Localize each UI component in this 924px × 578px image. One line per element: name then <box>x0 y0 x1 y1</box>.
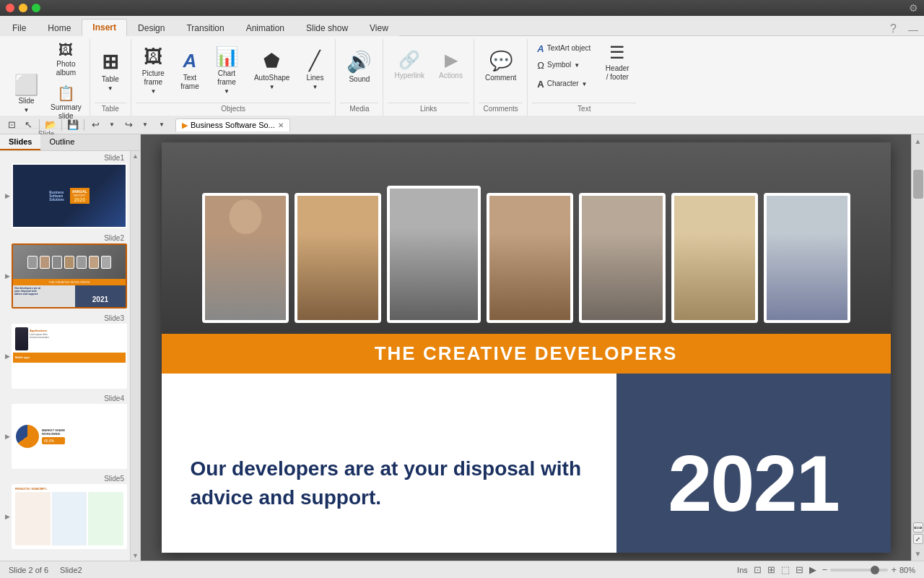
text-frame-button[interactable]: A Text frame <box>174 46 206 98</box>
slide-canvas[interactable]: THE CREATIVE DEVELOPERS Our developers a… <box>162 142 891 553</box>
right-scrollbar[interactable]: ▲ ⟺ ⤢ ▼ <box>911 134 924 561</box>
fit-page-btn[interactable]: ⤢ <box>913 534 923 544</box>
slide-sorter-icon[interactable]: ⊞ <box>767 564 775 575</box>
maximize-button[interactable] <box>32 4 40 12</box>
photo-album-button[interactable]: 🖼 Photo album <box>47 39 85 80</box>
doc-name: Business Software So... <box>191 121 275 129</box>
new-button[interactable]: ⊡ <box>4 118 19 132</box>
tab-transition[interactable]: Transition <box>175 19 235 36</box>
person-card-5 <box>579 193 666 323</box>
reading-view-icon[interactable]: ⊟ <box>796 564 803 575</box>
tab-home[interactable]: Home <box>37 19 82 36</box>
textart-icon: A <box>537 43 544 54</box>
tab-file[interactable]: File <box>1 19 37 36</box>
document-tab[interactable]: ▶ Business Software So... ✕ <box>175 118 290 131</box>
lines-icon: ╱ <box>309 50 321 72</box>
slide-5-nav: ▶ <box>5 513 10 520</box>
slide-item-5[interactable]: Slide5 ▶ PRODUCTS / SUBSCRIPT... <box>3 475 127 549</box>
actions-button[interactable]: ▶ Actions <box>432 46 469 98</box>
slide-1-nav: ▶ <box>5 192 10 199</box>
zoom-slider[interactable] <box>830 569 888 571</box>
slide-number-1: Slide1 <box>104 154 127 162</box>
tab-slides[interactable]: Slides <box>0 134 40 150</box>
person-card-6 <box>671 193 758 323</box>
more-button[interactable]: ▼ <box>154 118 169 132</box>
doc-icon: ▶ <box>182 121 188 130</box>
tab-insert[interactable]: Insert <box>82 19 127 36</box>
character-button[interactable]: A Character ▼ <box>532 76 596 92</box>
ribbon-tabs: File Home Insert Design Transition Anima… <box>0 16 924 36</box>
orange-banner: THE CREATIVE DEVELOPERS <box>162 334 891 374</box>
slide-main-text: Our developers are at your disposal with… <box>191 454 588 511</box>
panel-scroll-down[interactable]: ▼ <box>131 552 140 561</box>
sound-button[interactable]: 🔊 Sound <box>340 46 378 98</box>
tab-design[interactable]: Design <box>127 19 175 36</box>
slide-panel-tabs: Slides Outline <box>0 134 140 151</box>
comments-group-label: Comments <box>479 103 523 114</box>
tab-view[interactable]: View <box>359 19 399 36</box>
slide-button[interactable]: ⬜ Slide ▼ <box>7 72 45 124</box>
summary-slide-icon: 📋 <box>57 85 75 102</box>
slide-item-3[interactable]: Slide3 ▶ Applications Lorem ipsum dolors… <box>3 314 127 389</box>
slide-4-nav: ▶ <box>5 433 10 440</box>
slide-number-3: Slide3 <box>104 314 127 322</box>
chart-frame-button[interactable]: 📊 Chart frame ▼ <box>209 42 245 98</box>
people-row <box>162 142 891 334</box>
slide-year-section: 2021 <box>616 374 891 553</box>
cursor-button[interactable]: ↖ <box>21 118 35 132</box>
zoom-out-btn[interactable]: − <box>822 564 828 575</box>
person-card-7 <box>764 193 850 323</box>
close-button[interactable] <box>6 4 14 12</box>
minimize-button[interactable] <box>19 4 27 12</box>
panel-scroll-up[interactable]: ▲ <box>131 151 140 160</box>
slide-3-nav: ▶ <box>5 353 10 360</box>
textart-button[interactable]: A TextArt object <box>532 40 596 56</box>
slide-arrow: ▼ <box>24 107 30 113</box>
notes-view-icon[interactable]: ⬚ <box>781 564 790 575</box>
symbol-button[interactable]: Ω Symbol ▼ <box>532 57 596 73</box>
undo-dropdown[interactable]: ▼ <box>105 118 119 132</box>
header-footer-button[interactable]: ☰ Header / footer <box>598 39 636 91</box>
zoom-thumb[interactable] <box>871 566 879 574</box>
comment-button[interactable]: 💬 Comment <box>479 46 523 98</box>
tab-animation[interactable]: Animation <box>235 19 295 36</box>
zoom-in-btn[interactable]: + <box>891 564 897 575</box>
slide-icon: ⬜ <box>14 75 39 95</box>
redo-button[interactable]: ↪ <box>121 118 136 132</box>
slideshow-icon[interactable]: ▶ <box>809 564 816 575</box>
slide-number-2: Slide2 <box>104 234 127 242</box>
doc-close[interactable]: ✕ <box>278 121 284 129</box>
scroll-thumb[interactable] <box>913 170 923 199</box>
tab-slideshow[interactable]: Slide show <box>295 19 359 36</box>
picture-frame-icon: 🖼 <box>144 46 162 68</box>
autoshape-button[interactable]: ⬟ AutoShape ▼ <box>248 46 297 98</box>
slide-item-1[interactable]: Slide1 ▶ BusinessSoftwareSolutions <box>3 154 127 228</box>
slides-list: Slide1 ▶ BusinessSoftwareSolutions <box>0 151 130 561</box>
ribbon-group-objects: 🖼 Picture frame ▼ A Text frame 📊 Chart f… <box>131 39 336 116</box>
table-arrow: ▼ <box>108 85 113 92</box>
redo-dropdown[interactable]: ▼ <box>138 118 152 132</box>
scroll-up-btn[interactable]: ▲ <box>912 134 924 148</box>
picture-frame-button[interactable]: 🖼 Picture frame ▼ <box>136 42 171 98</box>
zoom-level: 80% <box>899 566 915 574</box>
lines-button[interactable]: ╱ Lines ▼ <box>299 46 331 98</box>
person-card-4 <box>487 193 573 323</box>
objects-group-label: Objects <box>136 103 331 114</box>
title-bar: ⚙ <box>0 0 924 16</box>
header-footer-icon: ☰ <box>609 43 625 63</box>
comment-icon: 💬 <box>489 50 513 72</box>
slide-item-2[interactable]: Slide2 ▶ <box>3 234 127 309</box>
undo-button[interactable]: ↩ <box>88 118 103 132</box>
slide-item-4[interactable]: Slide4 ▶ MARKET SHAREWORLDWIDE 65.8% <box>3 394 127 469</box>
hyperlink-button[interactable]: 🔗 Hyperlink <box>388 46 431 98</box>
view-controls: ⟺ ⤢ <box>912 519 924 547</box>
normal-view-icon[interactable]: ⊡ <box>754 564 762 575</box>
hyperlink-icon: 🔗 <box>398 50 420 70</box>
scroll-down-btn[interactable]: ▼ <box>912 547 924 561</box>
open-button[interactable]: 📂 <box>43 118 58 132</box>
save-button[interactable]: 💾 <box>66 118 80 132</box>
table-button[interactable]: ⊞ Table ▼ <box>95 46 126 98</box>
slide-number-5: Slide5 <box>104 475 127 483</box>
tab-outline[interactable]: Outline <box>40 134 83 150</box>
fit-width-btn[interactable]: ⟺ <box>913 522 923 532</box>
